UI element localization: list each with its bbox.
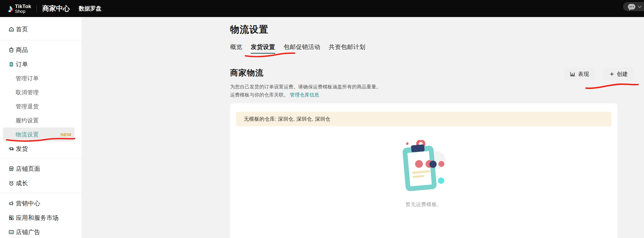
home-icon bbox=[8, 26, 14, 32]
empty-state-caption: 暂无运费模板。 bbox=[406, 201, 442, 208]
orders-clipboard-icon bbox=[8, 61, 14, 67]
plus-icon: + bbox=[610, 71, 614, 77]
sidebar-divider bbox=[0, 193, 82, 193]
sidebar-item-home[interactable]: 首页 bbox=[0, 22, 82, 36]
tiktok-shop-logo[interactable]: ♪ TikTok Shop bbox=[8, 4, 31, 14]
performance-button[interactable]: 表现 bbox=[564, 67, 595, 80]
sidebar-item-shipping[interactable]: 发货 bbox=[0, 142, 82, 156]
sidebar-item-fulfillment-settings[interactable]: 履约设置 bbox=[0, 113, 82, 128]
sidebar-item-returns[interactable]: 管理退货 bbox=[0, 99, 82, 113]
svg-text:AD: AD bbox=[10, 231, 13, 234]
create-button[interactable]: + 创建 bbox=[603, 67, 634, 80]
warehouse-notice-banner: 无模板的仓库: 深圳仓, 深圳仓, 深圳仓 bbox=[236, 112, 611, 126]
section-actions: 表现 + 创建 bbox=[564, 67, 634, 80]
sidebar-divider bbox=[0, 40, 82, 40]
sidebar-item-app-market[interactable]: 应用和服务市场 bbox=[0, 211, 82, 225]
description-line-2: 运费模板与你的仓库关联。 管理仓库信息 bbox=[230, 91, 634, 99]
new-badge: NEW bbox=[61, 132, 72, 137]
sidebar: 首页 商品 订单 管理订单 取消管理 管理退货 履约设置 物流设置 bbox=[0, 17, 82, 238]
data-compass-link[interactable]: 数据罗盘 bbox=[79, 5, 101, 13]
sidebar-divider bbox=[0, 159, 82, 159]
growth-icon bbox=[8, 180, 14, 186]
truck-icon bbox=[8, 146, 14, 152]
sidebar-item-marketing[interactable]: 营销中心 bbox=[0, 196, 82, 211]
sidebar-item-products[interactable]: 商品 bbox=[0, 43, 82, 57]
sidebar-item-orders[interactable]: 订单 bbox=[0, 57, 82, 71]
topbar: ♪ TikTok Shop 商家中心 数据罗盘 bbox=[0, 0, 644, 17]
tiktok-note-icon: ♪ bbox=[8, 4, 13, 14]
tab-overview[interactable]: 概览 bbox=[230, 43, 242, 54]
app-window: ♪ TikTok Shop 商家中心 数据罗盘 首页 商品 bbox=[0, 0, 644, 238]
page-title: 物流设置 bbox=[230, 23, 634, 36]
sidebar-item-logistics-settings[interactable]: 物流设置 NEW bbox=[3, 128, 74, 142]
sidebar-item-shop-ads[interactable]: AD 店铺广告 bbox=[0, 225, 82, 238]
topbar-account-pill[interactable] bbox=[623, 2, 644, 11]
empty-state: 暂无运费模板。 bbox=[236, 140, 611, 208]
topbar-divider bbox=[36, 5, 37, 12]
description-line-1: 为您自己发货的订单设置运费。请确保运费模板涵盖所有的商品重量。 bbox=[230, 83, 634, 91]
sidebar-item-growth[interactable]: 成长 bbox=[0, 176, 82, 190]
seller-center-title[interactable]: 商家中心 bbox=[42, 4, 70, 13]
main-content: 物流设置 概览 发货设置 包邮促销活动 共资包邮计划 商家物流 表现 + 创建 bbox=[82, 17, 644, 238]
bar-chart-icon bbox=[570, 71, 575, 77]
sidebar-item-cancellation[interactable]: 取消管理 bbox=[0, 85, 82, 99]
manage-warehouse-link[interactable]: 管理仓库信息 bbox=[290, 92, 319, 97]
clipboard-illustration bbox=[400, 140, 448, 191]
brand-line-1: TikTok bbox=[15, 4, 31, 9]
chevron-down-icon[interactable] bbox=[638, 4, 642, 8]
bag-icon bbox=[8, 47, 14, 53]
brand-line-2: Shop bbox=[15, 9, 31, 13]
tab-free-shipping-promo[interactable]: 包邮促销活动 bbox=[284, 43, 320, 54]
section-title: 商家物流 bbox=[230, 67, 264, 78]
tab-shipping-settings[interactable]: 发货设置 bbox=[251, 43, 275, 54]
tab-cofunded-free-shipping[interactable]: 共资包邮计划 bbox=[329, 43, 365, 54]
sidebar-item-manage-orders[interactable]: 管理订单 bbox=[0, 71, 82, 85]
apps-grid-icon bbox=[8, 215, 14, 221]
section-description: 为您自己发货的订单设置运费。请确保运费模板涵盖所有的商品重量。 运费模板与你的仓… bbox=[230, 83, 634, 99]
sidebar-item-shop-page[interactable]: 店铺页面 bbox=[0, 162, 82, 176]
storefront-icon bbox=[8, 166, 14, 172]
chat-bubble-icon[interactable] bbox=[628, 4, 635, 10]
ad-icon: AD bbox=[8, 229, 14, 235]
tab-bar: 概览 发货设置 包邮促销活动 共资包邮计划 bbox=[230, 43, 634, 54]
megaphone-icon bbox=[8, 200, 14, 206]
shipping-templates-card: 无模板的仓库: 深圳仓, 深圳仓, 深圳仓 bbox=[230, 103, 617, 238]
